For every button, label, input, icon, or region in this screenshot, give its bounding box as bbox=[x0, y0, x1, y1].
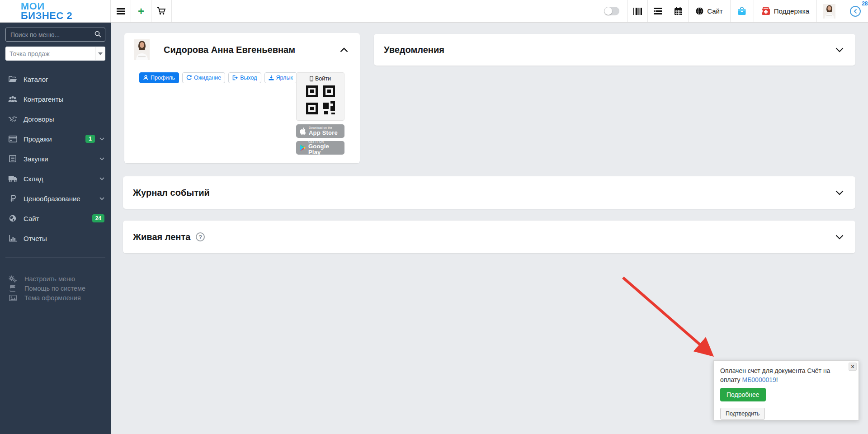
waiting-button[interactable]: Ожидание bbox=[182, 72, 225, 83]
book-icon bbox=[8, 285, 18, 292]
person-icon bbox=[143, 75, 148, 80]
create-new-button[interactable]: + bbox=[131, 0, 151, 22]
live-feed-title: Живая лента bbox=[133, 232, 190, 242]
journal-icon bbox=[8, 155, 18, 162]
sign-out-icon bbox=[232, 75, 238, 80]
briefcase-button[interactable] bbox=[731, 0, 754, 22]
sidebar-item-warehouse[interactable]: Склад bbox=[0, 169, 111, 189]
folder-open-icon bbox=[8, 76, 18, 83]
user-avatar-button[interactable] bbox=[817, 0, 842, 22]
site-count-badge: 24 bbox=[92, 214, 104, 222]
annotation-arrow bbox=[619, 274, 719, 362]
sidebar-item-label: Ценообразование bbox=[24, 195, 99, 203]
calendar-icon bbox=[675, 7, 682, 15]
site-label: Сайт bbox=[707, 7, 723, 15]
sidebar-menu: Каталог Контрагенты Договоры Продажи 1 bbox=[0, 69, 111, 248]
logout-button[interactable]: Выход bbox=[228, 72, 261, 83]
sidebar-item-reports[interactable]: Отчеты bbox=[0, 228, 111, 248]
popup-message-suffix: ! bbox=[776, 376, 778, 383]
globe-icon bbox=[696, 7, 703, 15]
app-store-bottom-text: App Store bbox=[309, 130, 338, 136]
globe-icon bbox=[8, 215, 18, 222]
logo[interactable]: МОЙ БИЗНЕС 2 bbox=[0, 0, 111, 22]
sales-point-input[interactable] bbox=[6, 47, 95, 60]
gears-icon bbox=[8, 275, 18, 283]
notification-popup: × Оплачен счет для документа Счёт на опл… bbox=[713, 360, 859, 420]
chevron-down-icon bbox=[99, 177, 104, 180]
shortcut-button[interactable]: Ярлык bbox=[264, 72, 297, 83]
journal-title: Журнал событий bbox=[133, 188, 835, 198]
cart-icon bbox=[157, 7, 166, 15]
credit-card-icon bbox=[8, 136, 18, 142]
truck-icon bbox=[8, 175, 18, 182]
sidebar-footer-label: Тема оформления bbox=[24, 294, 81, 302]
cart-button[interactable] bbox=[151, 0, 172, 22]
sidebar-item-configure-menu[interactable]: Настроить меню bbox=[0, 274, 111, 283]
tasks-button[interactable] bbox=[648, 0, 668, 22]
notifications-panel-header[interactable]: Уведомления bbox=[374, 34, 855, 66]
ruble-icon bbox=[8, 195, 18, 202]
plus-icon: + bbox=[138, 6, 144, 17]
mode-toggle[interactable] bbox=[604, 7, 619, 15]
sidebar-item-label: Контрагенты bbox=[24, 95, 104, 103]
bar-chart-icon bbox=[8, 235, 18, 242]
sidebar-item-label: Склад bbox=[24, 175, 99, 183]
profile-actions: Профиль Ожидание Выход bbox=[139, 72, 297, 83]
logo-line2: БИЗНЕС 2 bbox=[21, 11, 72, 21]
sidebar-item-label: Отчеты bbox=[24, 235, 104, 242]
site-button[interactable]: Сайт bbox=[689, 0, 731, 22]
sidebar-item-pricing[interactable]: Ценообразование bbox=[0, 189, 111, 208]
briefcase-icon bbox=[737, 7, 746, 16]
medkit-icon bbox=[761, 7, 770, 15]
main-content: Сидорова Анна Евгеньевнам Профиль Ожидан bbox=[111, 23, 868, 434]
sidebar-item-catalog[interactable]: Каталог bbox=[0, 69, 111, 89]
profile-button[interactable]: Профиль bbox=[139, 72, 179, 83]
profile-button-label: Профиль bbox=[151, 75, 175, 81]
app-store-badge[interactable]: Download on the App Store bbox=[296, 124, 344, 138]
sidebar-item-system-help[interactable]: Помощь по системе bbox=[0, 283, 111, 293]
sidebar-item-site[interactable]: Сайт 24 bbox=[0, 208, 111, 228]
collapse-chevron-up-icon[interactable] bbox=[340, 47, 348, 52]
chevron-down-icon bbox=[835, 235, 844, 240]
google-play-icon bbox=[299, 144, 306, 151]
live-feed-panel-header[interactable]: Живая лента ? bbox=[123, 221, 855, 253]
live-feed-panel: Живая лента ? bbox=[123, 221, 855, 253]
sidebar-item-label: Сайт bbox=[24, 215, 92, 222]
sales-point-dropdown-button[interactable] bbox=[95, 47, 105, 60]
google-play-bottom-text: Google Play bbox=[308, 143, 341, 155]
sidebar-item-sales[interactable]: Продажи 1 bbox=[0, 129, 111, 149]
hamburger-icon bbox=[117, 8, 125, 14]
google-play-badge[interactable]: GET IT ON Google Play bbox=[296, 141, 344, 155]
sidebar-item-theme[interactable]: Тема оформления bbox=[0, 293, 111, 302]
sales-count-badge: 1 bbox=[85, 135, 95, 143]
journal-panel: Журнал событий bbox=[123, 176, 855, 209]
sidebar-item-label: Продажи bbox=[24, 135, 85, 143]
notifications-title: Уведомления bbox=[384, 45, 835, 55]
sidebar-item-contracts[interactable]: Договоры bbox=[0, 109, 111, 129]
history-clock-icon: 28 bbox=[849, 5, 861, 17]
sidebar-item-counterparties[interactable]: Контрагенты bbox=[0, 89, 111, 109]
download-icon bbox=[269, 75, 274, 80]
sidebar-item-purchases[interactable]: Закупки bbox=[0, 149, 111, 169]
barcode-icon bbox=[633, 8, 642, 15]
app-window: МОЙ БИЗНЕС 2 + bbox=[0, 0, 868, 434]
history-button[interactable]: 28 bbox=[842, 0, 868, 22]
document-link[interactable]: МБ0000019 bbox=[742, 376, 776, 383]
qr-code bbox=[306, 85, 335, 114]
sidebar-item-label: Договоры bbox=[24, 115, 104, 123]
shortcut-button-label: Ярлык bbox=[276, 75, 293, 81]
calendar-button[interactable] bbox=[668, 0, 689, 22]
journal-panel-header[interactable]: Журнал событий bbox=[123, 176, 855, 209]
confirm-button[interactable]: Подтвердить bbox=[720, 408, 765, 420]
sidebar-divider bbox=[5, 257, 105, 258]
details-button[interactable]: Подробнее bbox=[720, 388, 766, 401]
support-button[interactable]: Поддержка bbox=[754, 0, 817, 22]
sidebar: Каталог Контрагенты Договоры Продажи 1 bbox=[0, 23, 111, 434]
help-icon[interactable]: ? bbox=[196, 232, 205, 241]
menu-toggle-button[interactable] bbox=[111, 0, 131, 22]
close-icon[interactable]: × bbox=[849, 363, 857, 371]
popup-message: Оплачен счет для документа Счёт на оплат… bbox=[720, 366, 852, 385]
menu-search-input[interactable] bbox=[5, 28, 105, 42]
notifications-panel: Уведомления bbox=[374, 34, 855, 66]
barcode-button[interactable] bbox=[627, 0, 648, 22]
